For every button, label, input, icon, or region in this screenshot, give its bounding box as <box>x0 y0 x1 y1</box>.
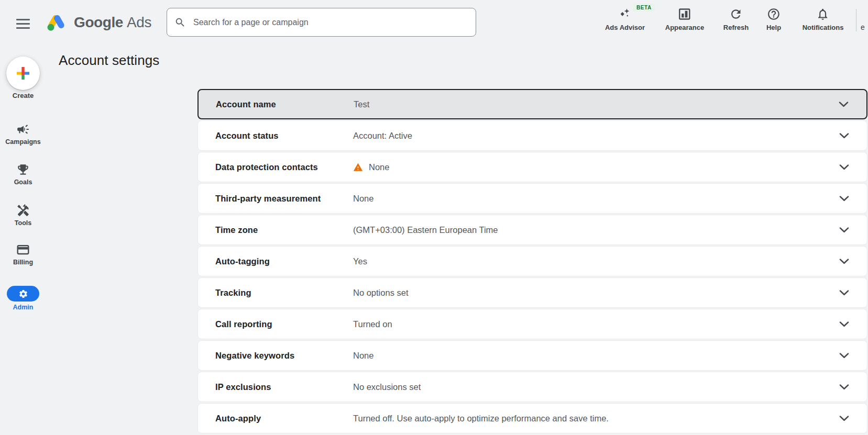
settings-row[interactable]: Tracking No options set <box>197 277 867 308</box>
settings-row[interactable]: Account status Account: Active <box>197 120 867 151</box>
setting-value-text: None <box>353 194 373 204</box>
setting-label: Account status <box>215 131 353 141</box>
admin-active-pill <box>7 286 39 302</box>
setting-label: Call reporting <box>215 319 353 329</box>
chevron-down-icon[interactable] <box>839 384 849 390</box>
brand-wordmark: GoogleAds <box>74 14 151 31</box>
setting-label: Time zone <box>215 225 353 235</box>
bell-icon <box>816 7 830 21</box>
tools-label: Tools <box>15 219 31 227</box>
settings-row[interactable]: Third-party measurement None <box>197 183 867 214</box>
sparkle-icon <box>618 7 632 21</box>
chevron-down-icon[interactable] <box>839 227 849 233</box>
setting-label: Data protection contacts <box>215 162 353 172</box>
setting-value-text: None <box>353 351 373 361</box>
billing-label: Billing <box>13 259 33 266</box>
settings-row[interactable]: Data protection contacts None <box>197 152 867 182</box>
sidebar-item-admin[interactable]: Admin <box>0 286 46 311</box>
goals-label: Goals <box>14 179 32 186</box>
chevron-down-icon[interactable] <box>839 164 849 170</box>
create-label: Create <box>0 92 46 99</box>
help-button[interactable]: Help <box>766 7 781 31</box>
settings-row[interactable]: IP exclusions No exclusions set <box>197 372 867 402</box>
chevron-down-icon[interactable] <box>839 416 849 421</box>
setting-value: None <box>353 194 373 204</box>
setting-label: Auto-tagging <box>215 256 353 266</box>
setting-value: Turned on <box>353 319 392 329</box>
settings-row[interactable]: Negative keywords None <box>197 340 867 371</box>
account-email-text[interactable]: e <box>861 23 865 31</box>
refresh-label: Refresh <box>723 24 749 31</box>
setting-value: Turned off. Use auto-apply to optimize p… <box>353 414 609 423</box>
plus-icon <box>16 66 30 80</box>
campaigns-label: Campaigns <box>5 138 40 146</box>
setting-value: (GMT+03:00) Eastern European Time <box>353 225 498 235</box>
setting-label: Negative keywords <box>215 351 353 361</box>
notifications-button[interactable]: Notifications <box>803 7 844 31</box>
create-button[interactable] <box>6 57 40 90</box>
settings-row[interactable]: Call reporting Turned on <box>197 309 867 339</box>
search-input[interactable] <box>192 17 468 28</box>
setting-label: Third-party measurement <box>215 194 353 204</box>
setting-value-text: Turned on <box>353 319 392 329</box>
help-icon <box>767 7 781 21</box>
settings-row[interactable]: Account name Test <box>197 89 867 119</box>
admin-label: Admin <box>13 304 34 311</box>
setting-value: None <box>353 351 373 361</box>
chevron-down-icon[interactable] <box>839 133 849 139</box>
chevron-down-icon[interactable] <box>839 102 849 107</box>
setting-label: Account name <box>216 99 354 109</box>
setting-value-text: (GMT+03:00) Eastern European Time <box>353 225 498 235</box>
main-menu-icon[interactable] <box>16 19 30 29</box>
setting-label: Auto-apply <box>215 414 353 423</box>
setting-value: None <box>353 162 389 172</box>
refresh-button[interactable]: Refresh <box>723 7 749 31</box>
setting-value-text: Turned off. Use auto-apply to optimize p… <box>353 414 609 423</box>
appearance-chart-icon <box>678 7 691 21</box>
google-ads-logo[interactable]: GoogleAds <box>46 14 151 31</box>
trophy-icon <box>16 163 30 176</box>
tools-icon <box>16 204 30 217</box>
google-ads-triangle-icon <box>46 14 67 31</box>
global-search <box>167 8 476 37</box>
setting-value-text: None <box>369 162 389 172</box>
sidebar-item-campaigns[interactable]: Campaigns <box>0 122 46 146</box>
setting-value: No options set <box>353 288 408 298</box>
ads-advisor-button[interactable]: BETA Ads Advisor <box>605 7 645 31</box>
setting-value: Yes <box>353 256 367 266</box>
warning-icon <box>353 162 363 172</box>
setting-label: Tracking <box>215 288 353 298</box>
settings-row[interactable]: Time zone (GMT+03:00) Eastern European T… <box>197 215 867 245</box>
notifications-label: Notifications <box>803 24 844 31</box>
setting-value: No exclusions set <box>353 382 421 392</box>
setting-value-text: Yes <box>353 256 367 266</box>
megaphone-icon <box>16 122 30 136</box>
chevron-down-icon[interactable] <box>839 321 849 327</box>
setting-value-text: Account: Active <box>353 131 412 141</box>
beta-badge: BETA <box>633 4 655 12</box>
chevron-down-icon[interactable] <box>839 353 849 359</box>
settings-row[interactable]: Auto-tagging Yes <box>197 246 867 276</box>
setting-label: IP exclusions <box>215 382 353 392</box>
setting-value-text: No exclusions set <box>353 382 421 392</box>
setting-value-text: Test <box>354 99 369 109</box>
settings-list: Account name Test Account status <box>197 89 867 434</box>
chevron-down-icon[interactable] <box>839 259 849 264</box>
appearance-label: Appearance <box>665 24 704 31</box>
help-label: Help <box>766 24 781 31</box>
page-title: Account settings <box>59 52 159 69</box>
chevron-down-icon[interactable] <box>839 290 849 296</box>
appearance-button[interactable]: Appearance <box>665 7 704 31</box>
setting-value: Test <box>354 99 369 109</box>
setting-value-text: No options set <box>353 288 408 298</box>
sidebar-item-tools[interactable]: Tools <box>0 204 46 227</box>
sidebar-item-goals[interactable]: Goals <box>0 163 46 186</box>
gear-icon <box>18 289 28 299</box>
credit-card-icon <box>16 243 30 256</box>
search-icon <box>174 17 186 28</box>
settings-row[interactable]: Auto-apply Turned off. Use auto-apply to… <box>197 403 867 433</box>
topbar-divider <box>856 9 856 31</box>
refresh-icon <box>729 7 743 21</box>
sidebar-item-billing[interactable]: Billing <box>0 243 46 266</box>
chevron-down-icon[interactable] <box>839 196 849 202</box>
